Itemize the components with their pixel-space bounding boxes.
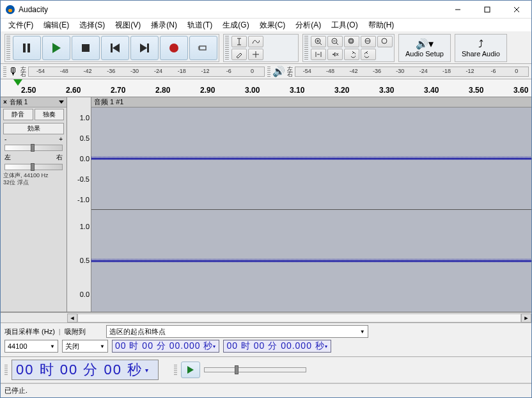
- record-icon: [169, 44, 178, 52]
- toolbar-grip[interactable]: [6, 36, 10, 60]
- toolbar-grip[interactable]: [4, 365, 8, 375]
- gain-slider[interactable]: [4, 145, 63, 151]
- mute-button[interactable]: 静音: [3, 109, 33, 120]
- trim-button[interactable]: [311, 49, 326, 60]
- toolbar-grip[interactable]: [225, 36, 229, 60]
- waveform-channel-left[interactable]: [91, 107, 531, 210]
- undo-icon: [348, 51, 356, 58]
- envelope-icon: [252, 38, 260, 45]
- toolbar-grip[interactable]: [174, 365, 177, 375]
- loop-button[interactable]: [189, 36, 217, 60]
- close-button[interactable]: [502, 1, 531, 19]
- toolbar-grip[interactable]: [267, 67, 270, 77]
- clip-name[interactable]: 音频 1 #1: [91, 97, 531, 107]
- silence-icon: [331, 51, 339, 58]
- zoom-in-button[interactable]: [311, 36, 326, 47]
- svg-rect-1: [485, 7, 490, 12]
- fit-selection-button[interactable]: [344, 36, 359, 47]
- menu-item[interactable]: 选择(S): [74, 19, 110, 31]
- pencil-icon: [235, 51, 243, 58]
- vertical-scale-right[interactable]: 1.00.50.0: [67, 210, 91, 312]
- waveform-channel-right[interactable]: [91, 210, 531, 312]
- track-close-button[interactable]: ×: [1, 99, 10, 106]
- status-bar: 已停止.: [1, 383, 531, 397]
- menu-item[interactable]: 文件(F): [3, 19, 38, 31]
- maximize-button[interactable]: [473, 1, 502, 19]
- track-header[interactable]: × 音频 1: [1, 97, 66, 107]
- playback-meter[interactable]: -54-48-42-36-30-24-18-12-60: [295, 67, 529, 77]
- pause-icon: [23, 44, 31, 52]
- app-logo-icon: [6, 5, 15, 14]
- playback-speed-slider[interactable]: [204, 367, 306, 372]
- vertical-scale-left[interactable]: 1.00.50.0-0.5-1.0: [67, 107, 91, 210]
- zoom-toggle-button[interactable]: [377, 36, 393, 47]
- play-button[interactable]: [42, 36, 70, 60]
- menu-item[interactable]: 生成(G): [217, 19, 254, 31]
- menu-item[interactable]: 编辑(E): [38, 19, 74, 31]
- menu-item[interactable]: 播录(N): [146, 19, 182, 31]
- menu-item[interactable]: 效果(C): [254, 19, 291, 31]
- speaker-icon[interactable]: 🔊: [272, 65, 285, 77]
- silence-button[interactable]: [327, 49, 343, 60]
- skip-end-button[interactable]: [130, 36, 159, 60]
- stop-button[interactable]: [72, 36, 100, 60]
- multi-tool[interactable]: [248, 49, 263, 60]
- scroll-right-button[interactable]: ►: [521, 314, 531, 322]
- waveform-column: 音频 1 #1 1.00.50.0-0.5-1.0 1.00.50.0: [67, 97, 531, 312]
- solo-button[interactable]: 独奏: [35, 109, 65, 120]
- loop-icon: [198, 44, 209, 52]
- selection-toolbar: 项目采样率 (Hz) | 吸附到 选区的起点和终点▼ 44100▼ 关闭▼ 00…: [1, 322, 531, 357]
- toolbar-grip[interactable]: [3, 67, 6, 77]
- project-rate-combo[interactable]: 44100▼: [4, 340, 58, 353]
- app-window: Audacity 文件(F)编辑(E)选择(S)视图(V)播录(N)轨道(T)生…: [0, 0, 532, 398]
- snap-to-combo[interactable]: 关闭▼: [62, 340, 108, 353]
- pan-slider[interactable]: [4, 164, 63, 170]
- share-icon: ⤴: [478, 38, 483, 50]
- mic-icon[interactable]: 🎙: [8, 66, 19, 77]
- envelope-tool[interactable]: [248, 36, 263, 47]
- transport-group: [4, 34, 219, 62]
- selection-tool[interactable]: [231, 36, 247, 47]
- undo-button[interactable]: [344, 49, 359, 60]
- selection-type-combo[interactable]: 选区的起点和终点▼: [106, 325, 368, 338]
- audio-position-display[interactable]: 00 时 00 分 00 秒▾: [12, 360, 159, 380]
- menu-item[interactable]: 工具(O): [326, 19, 363, 31]
- stop-icon: [82, 44, 90, 52]
- minimize-button[interactable]: [443, 1, 473, 19]
- skip-start-button[interactable]: [101, 36, 129, 60]
- pan-right-label: 右: [56, 153, 63, 162]
- audio-setup-label: Audio Setup: [405, 50, 444, 58]
- horizontal-scrollbar[interactable]: ◄ ►: [1, 312, 531, 322]
- selection-end-time[interactable]: 00 时 00 分 00.000 秒▾: [223, 340, 331, 353]
- menu-item[interactable]: 帮助(H): [363, 19, 400, 31]
- zoom-out-button[interactable]: [327, 36, 343, 47]
- main-toolbar: 🔊▾ Audio Setup ⤴ Share Audio: [1, 31, 531, 64]
- scroll-track[interactable]: [77, 314, 521, 322]
- scroll-left-button[interactable]: ◄: [67, 314, 77, 322]
- fit-project-button[interactable]: [361, 36, 376, 47]
- toolbar-grip[interactable]: [304, 36, 308, 60]
- record-button[interactable]: [160, 36, 188, 60]
- share-audio-button[interactable]: ⤴ Share Audio: [455, 34, 507, 62]
- effects-button[interactable]: 効果: [3, 123, 64, 134]
- skip-end-icon: [140, 44, 149, 52]
- speaker-icon: 🔊▾: [416, 38, 434, 50]
- zoom-toggle-icon: [381, 38, 389, 45]
- menu-item[interactable]: 轨道(T): [182, 19, 217, 31]
- menu-item[interactable]: 分析(A): [290, 19, 326, 31]
- timeline-ruler[interactable]: 2.502.602.702.802.903.003.103.203.303.40…: [1, 79, 531, 97]
- recording-meter[interactable]: -54-48-42-36-30-24-18-12-60: [28, 67, 265, 77]
- track-name[interactable]: 音频 1: [10, 98, 59, 107]
- redo-button[interactable]: [361, 49, 376, 60]
- track-menu-dropdown-icon[interactable]: [59, 100, 64, 104]
- share-audio-label: Share Audio: [462, 50, 500, 58]
- audio-setup-button[interactable]: 🔊▾ Audio Setup: [398, 34, 451, 62]
- playhead-icon[interactable]: [13, 79, 22, 86]
- track-control-panel: × 音频 1 静音 独奏 効果 -+ 左右 立体声, 44100 Hz 32位 …: [1, 97, 67, 312]
- draw-tool[interactable]: [231, 49, 247, 60]
- play-icon: [187, 366, 194, 374]
- pause-button[interactable]: [13, 36, 41, 60]
- menu-item[interactable]: 视图(V): [110, 19, 146, 31]
- play-at-speed-button[interactable]: [181, 362, 200, 378]
- selection-start-time[interactable]: 00 时 00 分 00.000 秒▾: [112, 340, 219, 353]
